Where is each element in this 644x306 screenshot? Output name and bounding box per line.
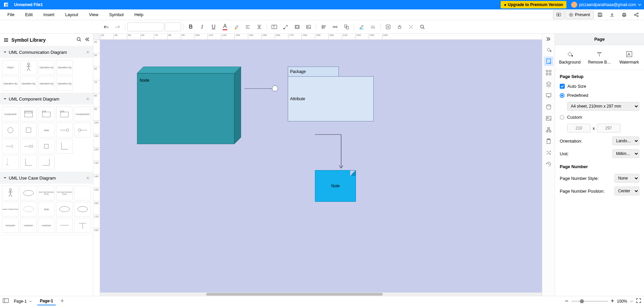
menu-layout[interactable]: Layout: [60, 12, 84, 17]
pn-pos-select[interactable]: Center: [614, 187, 639, 195]
tree-icon[interactable]: [544, 125, 553, 135]
file-name[interactable]: Unnamed File1: [14, 2, 43, 7]
zoom-out-button[interactable]: −: [565, 298, 568, 305]
symbol-o2[interactable]: [56, 202, 73, 217]
radio-on-icon[interactable]: [560, 93, 564, 98]
fill-icon[interactable]: [544, 45, 553, 54]
collapse-library-icon[interactable]: [84, 37, 90, 43]
symbol-ucext[interactable]: Use Case Extension Points: [38, 186, 55, 200]
italic-button[interactable]: I: [197, 22, 208, 32]
textbox-button[interactable]: T: [269, 22, 280, 32]
page-settings-icon[interactable]: [544, 56, 553, 66]
text-color-button[interactable]: A: [220, 22, 230, 32]
search-button[interactable]: [417, 22, 428, 32]
font-size-select[interactable]: [165, 23, 181, 31]
save-icon[interactable]: [594, 10, 606, 19]
symbol-compbox[interactable]: [20, 107, 37, 121]
font-family-select[interactable]: [127, 23, 164, 31]
symbol-usecase[interactable]: [20, 186, 37, 200]
zoom-in-button[interactable]: +: [611, 298, 614, 305]
fullscreen-button[interactable]: [636, 298, 641, 304]
upgrade-button[interactable]: ● Upgrade to Premium Version: [501, 1, 566, 8]
menu-file[interactable]: File: [2, 12, 20, 17]
menu-view[interactable]: View: [84, 12, 104, 17]
pn-style-select[interactable]: None: [614, 174, 639, 183]
symbol-t[interactable]: [74, 218, 91, 233]
symbol-lolli2[interactable]: [74, 123, 91, 138]
pages-outline-icon[interactable]: [3, 298, 9, 304]
align-left-button[interactable]: [318, 22, 329, 32]
orientation-select[interactable]: Lands…: [612, 137, 639, 145]
image-panel-icon[interactable]: [544, 114, 553, 123]
shape-note[interactable]: Note: [315, 170, 356, 202]
auto-size-row[interactable]: Auto Size: [555, 82, 644, 91]
symbol-circle[interactable]: [2, 123, 19, 138]
highlight-button[interactable]: [231, 22, 242, 32]
expand-right-icon[interactable]: [544, 35, 553, 43]
bold-button[interactable]: B: [185, 22, 196, 32]
shuffle-icon[interactable]: [544, 148, 553, 157]
section-uml-component[interactable]: UML Component Diagram ✕: [0, 93, 93, 105]
slideshow-icon[interactable]: [553, 10, 564, 19]
predefined-row[interactable]: Predefined: [555, 91, 644, 100]
shape-package[interactable]: Package Attribute: [288, 67, 374, 121]
symbol-square[interactable]: [20, 123, 37, 138]
shape-connector[interactable]: [244, 85, 278, 91]
background-button[interactable]: Background: [555, 45, 585, 70]
menu-symbol[interactable]: Symbol: [104, 12, 129, 17]
symbol-extend[interactable]: «extend»: [20, 218, 37, 233]
align-text-button[interactable]: [242, 22, 253, 32]
layer-button[interactable]: [383, 22, 394, 32]
vertical-align-button[interactable]: [254, 22, 265, 32]
page-selector[interactable]: Page-1: [11, 298, 35, 305]
symbol-op5[interactable]: Operation A(): [38, 76, 55, 91]
symbol-component[interactable]: Component: [2, 107, 19, 121]
present-button[interactable]: Present: [565, 10, 594, 19]
symbol-sysactor[interactable]: «actor» System Actor: [2, 202, 19, 217]
symbol-object[interactable]: Object: [2, 60, 19, 75]
close-section-icon[interactable]: ✕: [86, 50, 90, 55]
symbol-l2[interactable]: [38, 155, 55, 170]
zoom-slider[interactable]: [571, 301, 608, 302]
symbol-ucext2[interactable]: Use Case Extension Points: [56, 186, 73, 200]
add-page-button[interactable]: +: [58, 298, 66, 305]
predefined-size-select[interactable]: A4 sheet, 210mm x 297 mm: [567, 102, 639, 111]
redo-button[interactable]: [112, 22, 123, 32]
connector-button[interactable]: [280, 22, 291, 32]
unit-select[interactable]: Millim…: [612, 149, 639, 158]
symbol-sq2[interactable]: [38, 139, 55, 154]
symbol-note[interactable]: Note: [38, 123, 55, 138]
container-button[interactable]: [292, 22, 303, 32]
symbol-pkg2[interactable]: [56, 107, 73, 121]
lock-button[interactable]: [394, 22, 405, 32]
menu-edit[interactable]: Edit: [20, 12, 38, 17]
chevron-down-icon[interactable]: [630, 300, 633, 303]
canvas-area[interactable]: 3040506070809010011012013014015016017018…: [93, 34, 542, 296]
section-uml-communication[interactable]: UML Communication Diagram ✕: [0, 46, 93, 58]
drawing-canvas[interactable]: Node Package Attribute Note: [100, 40, 542, 293]
menu-help[interactable]: Help: [129, 12, 149, 17]
account-menu[interactable]: pizzaandparathaaa@gmail.com: [571, 2, 641, 8]
symbol-blank[interactable]: [74, 186, 91, 200]
symbol-op1[interactable]: Operation A(): [38, 60, 55, 75]
page-tab-active[interactable]: Page-1: [37, 297, 56, 305]
symbol-line[interactable]: [56, 218, 73, 233]
line-style-button[interactable]: [368, 22, 378, 32]
close-section-icon[interactable]: ✕: [86, 97, 90, 102]
symbol-lolli1[interactable]: [56, 123, 73, 138]
symbol-o3[interactable]: [74, 202, 91, 217]
layers-icon[interactable]: [544, 79, 553, 89]
symbol-include[interactable]: «include»: [2, 218, 19, 233]
horizontal-scrollbar[interactable]: [100, 293, 542, 296]
line-color-button[interactable]: [356, 22, 367, 32]
symbol-actor[interactable]: [20, 60, 37, 75]
symbol-op6[interactable]: Operation A(): [56, 76, 73, 91]
clipboard-icon[interactable]: [544, 137, 553, 146]
close-section-icon[interactable]: ✕: [86, 176, 90, 181]
symbol-note2[interactable]: Note: [38, 202, 55, 217]
presentation-icon[interactable]: [544, 91, 553, 100]
remove-bg-button[interactable]: Remove B…: [585, 45, 614, 70]
symbol-uc-actor[interactable]: [2, 186, 19, 200]
symbol-l1[interactable]: [20, 155, 37, 170]
underline-button[interactable]: U: [208, 22, 219, 32]
